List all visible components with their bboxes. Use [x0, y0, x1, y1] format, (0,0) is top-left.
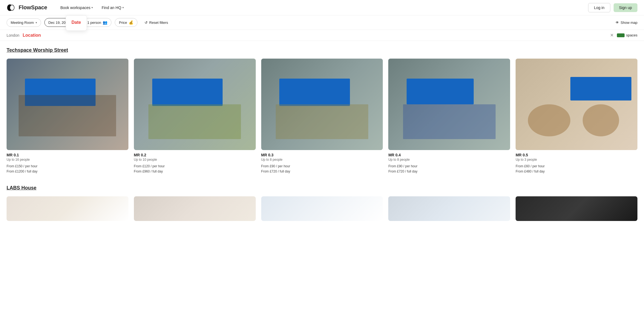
filters-bar: Meeting Room ▾ Dec 19, 2023 📅 1 person 👥…	[0, 15, 644, 30]
room-capacity-mr04: Up to 8 people	[388, 158, 510, 162]
room-image-labs5	[516, 196, 637, 221]
room-capacity-mr01: Up to 16 people	[7, 158, 128, 162]
room-price-mr01: From £150 / per hourFrom £1200 / full da…	[7, 164, 128, 174]
room-image-labs3	[261, 196, 383, 221]
room-card-mr02[interactable]: MR 0.2 Up to 10 people From £120 / per h…	[134, 59, 256, 174]
chevron-down-icon: ▾	[91, 6, 93, 9]
techspace-cards-grid: MR 0.1 Up to 16 people From £150 / per h…	[7, 59, 637, 174]
price-filter[interactable]: Price 💰	[115, 18, 137, 27]
room-card-labs4[interactable]	[388, 196, 510, 221]
room-name-mr04: MR 0.4	[388, 153, 510, 157]
room-card-labs2[interactable]	[134, 196, 256, 221]
labs-cards-grid	[7, 196, 637, 221]
main-content: Techspace Worship Street MR 0.1 Up to 16…	[0, 41, 644, 238]
room-price-mr02: From £120 / per hourFrom £960 / full day	[134, 164, 256, 174]
logo-icon	[7, 3, 16, 13]
room-image-mr02	[134, 59, 256, 150]
room-price-mr03: From £90 / per hourFrom £720 / full day	[261, 164, 383, 174]
find-hq-nav[interactable]: Find an HQ ▾	[97, 3, 128, 12]
room-image-labs1	[7, 196, 128, 221]
date-dropdown: Date	[66, 15, 87, 31]
nav-links: Book workspaces ▾ Find an HQ ▾	[56, 3, 128, 12]
chevron-down-icon: ▾	[122, 6, 124, 9]
spaces-count-label: spaces	[626, 33, 637, 37]
room-image-mr04	[388, 59, 510, 150]
spaces-count: spaces	[617, 33, 637, 37]
price-icon: 💰	[129, 20, 133, 25]
room-card-labs3[interactable]	[261, 196, 383, 221]
location-tag: London	[7, 33, 19, 38]
room-card-mr01[interactable]: MR 0.1 Up to 16 people From £150 / per h…	[7, 59, 128, 174]
room-card-mr05[interactable]: MR 0.5 Up to 3 people From £60 / per hou…	[516, 59, 637, 174]
room-image-labs2	[134, 196, 256, 221]
room-name-mr03: MR 0.3	[261, 153, 383, 157]
room-capacity-mr02: Up to 10 people	[134, 158, 256, 162]
signup-button[interactable]: Sign up	[614, 3, 637, 12]
room-capacity-mr05: Up to 3 people	[516, 158, 637, 162]
room-image-mr05	[516, 59, 637, 150]
svg-point-1	[10, 5, 14, 10]
room-image-labs4	[388, 196, 510, 221]
room-price-mr04: From £90 / per hourFrom £720 / full day	[388, 164, 510, 174]
room-name-mr02: MR 0.2	[134, 153, 256, 157]
room-name-mr01: MR 0.1	[7, 153, 128, 157]
room-price-mr05: From £60 / per hourFrom £480 / full day	[516, 164, 637, 174]
close-icon[interactable]: ✕	[610, 33, 614, 38]
book-workspaces-nav[interactable]: Book workspaces ▾	[56, 3, 97, 12]
show-map-button[interactable]: 👁 Show map	[616, 21, 637, 25]
reset-icon: ↺	[145, 21, 148, 25]
navbar: FlowSpace Book workspaces ▾ Find an HQ ▾…	[0, 0, 644, 15]
room-image-mr03	[261, 59, 383, 150]
date-dropdown-label: Date	[71, 20, 81, 25]
room-card-labs5[interactable]	[516, 196, 637, 221]
venue-section-techspace: Techspace Worship Street MR 0.1 Up to 16…	[7, 47, 637, 174]
room-name-mr05: MR 0.5	[516, 153, 637, 157]
chevron-down-icon: ▾	[36, 21, 37, 24]
eye-icon: 👁	[616, 21, 619, 25]
spaces-indicator	[617, 33, 625, 37]
room-capacity-mr03: Up to 8 people	[261, 158, 383, 162]
room-card-mr03[interactable]: MR 0.3 Up to 8 people From £90 / per hou…	[261, 59, 383, 174]
venue-section-labs: LABS House	[7, 185, 637, 221]
persons-icon: 👥	[103, 20, 107, 25]
room-card-mr04[interactable]: MR 0.4 Up to 8 people From £90 / per hou…	[388, 59, 510, 174]
room-image-mr01	[7, 59, 128, 150]
login-button[interactable]: Log in	[588, 3, 610, 12]
persons-filter[interactable]: 1 person 👥	[83, 18, 112, 27]
workspace-type-filter[interactable]: Meeting Room ▾	[7, 18, 41, 27]
venue-title-labs[interactable]: LABS House	[7, 185, 637, 191]
reset-filters-button[interactable]: ↺ Reset filters	[141, 19, 172, 27]
nav-right: Log in Sign up	[588, 3, 637, 12]
venue-title-techspace[interactable]: Techspace Worship Street	[7, 47, 637, 53]
logo-text: FlowSpace	[19, 4, 47, 11]
location-bar: London Location ✕ spaces	[0, 30, 644, 41]
location-label: Location	[23, 33, 41, 38]
logo[interactable]: FlowSpace	[7, 3, 47, 13]
room-card-labs1[interactable]	[7, 196, 128, 221]
